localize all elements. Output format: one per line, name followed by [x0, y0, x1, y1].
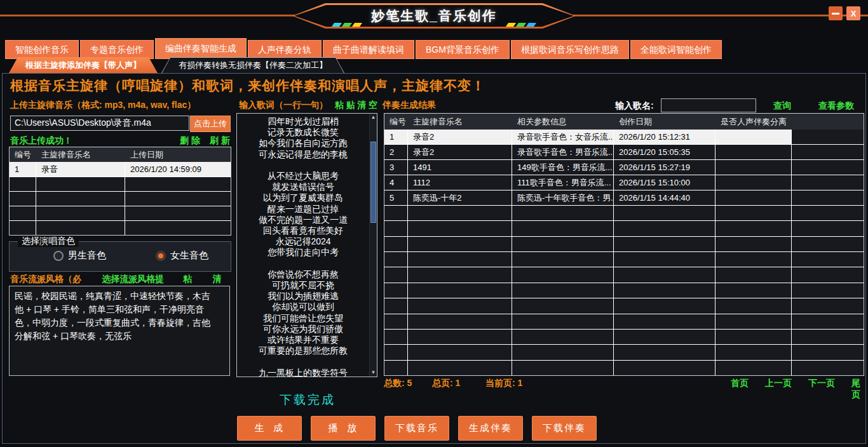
- first-page-link[interactable]: 首页: [731, 378, 749, 389]
- lyrics-textarea[interactable]: 四年时光划过眉梢记录无数成长微笑如今我们各自向远方跑可永远记得是您的李桃 从不经…: [236, 113, 377, 377]
- table-cell: [512, 345, 614, 359]
- prev-page-link[interactable]: 上一页: [765, 378, 792, 389]
- download-music-button[interactable]: 下载音乐: [384, 416, 449, 441]
- table-cell: [384, 252, 408, 267]
- table-row[interactable]: 1录音2026/1/20 14:59:09: [10, 162, 231, 177]
- song-name-input[interactable]: [661, 98, 756, 112]
- table-row[interactable]: 1录音2录音歌手音色：女音乐流...2026/1/20 15:12:31: [384, 130, 864, 145]
- tab-8[interactable]: 全能歌词智能创作: [630, 40, 722, 59]
- lyrics-section-label: 输入歌词（一行一句）: [239, 100, 328, 111]
- tab-3[interactable]: 编曲伴奏智能生成: [155, 38, 247, 59]
- tab-6[interactable]: BGM背景音乐创作: [416, 40, 510, 59]
- voice-group-label: 选择演唱音色: [18, 236, 79, 247]
- tab-5[interactable]: 曲子曲谱解读填词: [323, 40, 414, 59]
- title-deco-line-left: [0, 15, 313, 17]
- table-cell: [408, 314, 512, 329]
- table-row-empty: [384, 237, 864, 252]
- table-cell: [408, 221, 512, 236]
- lyrics-scrollbar[interactable]: ▲ ▼: [369, 114, 377, 377]
- table-cell: [715, 314, 792, 329]
- lyrics-line: 可你永远为我们骄傲: [237, 324, 369, 335]
- table-cell: [125, 192, 231, 206]
- app-window: 妙笔生歌_音乐创作 X 智能创作音乐专题音乐创作编曲伴奏智能生成人声伴奏分轨曲子…: [0, 0, 868, 447]
- file-path-input[interactable]: [10, 116, 189, 131]
- results-section-label: 伴奏生成结果: [383, 100, 436, 111]
- lyrics-line: 永远记得2024: [237, 236, 369, 247]
- table-cell: 2026/1/15 15:10:00: [614, 175, 715, 190]
- table-cell: [512, 206, 614, 220]
- table-cell: [512, 283, 614, 298]
- column-header: 主旋律音乐名: [408, 116, 512, 128]
- upload-section-label: 上传主旋律音乐（格式: mp3, m4a, wav, flac）: [10, 100, 196, 111]
- view-params-link[interactable]: 查看参数: [818, 100, 854, 112]
- table-cell: [792, 175, 864, 190]
- style-textarea[interactable]: 民谣，校园民谣，纯真青涩，中速轻快节奏，木吉他 + 口琴 + 手铃，简单三和弦和…: [9, 286, 230, 376]
- sub-tab-1[interactable]: 根据主旋律添加伴奏【带人声】: [9, 57, 158, 73]
- query-button[interactable]: 查询: [773, 100, 791, 112]
- scroll-down-icon[interactable]: ▼: [370, 369, 377, 377]
- table-row[interactable]: 5陈奕迅-十年2陈奕迅-十年歌手音色：男...2026/1/15 14:44:4…: [384, 190, 864, 206]
- table-cell: 2026/1/20 15:05:35: [614, 145, 715, 159]
- download-accompaniment-button[interactable]: 下载伴奏: [532, 416, 597, 441]
- tab-2[interactable]: 专题音乐创作: [80, 40, 154, 59]
- table-row-empty: [384, 283, 864, 298]
- table-cell: [614, 206, 715, 220]
- table-cell: [408, 267, 512, 282]
- table-cell: [792, 314, 864, 329]
- refresh-link[interactable]: 刷 新: [210, 135, 230, 147]
- table-cell: [715, 206, 792, 220]
- table-row[interactable]: 41112111歌手音色：男音乐流...2026/1/15 15:10:00: [384, 175, 864, 190]
- table-cell: [384, 267, 408, 282]
- results-table: 编号主旋律音乐名相关参数信息创作日期是否人声伴奏分离1录音2录音歌手音色：女音乐…: [384, 113, 864, 376]
- table-cell: [614, 237, 715, 251]
- lyrics-paste-link[interactable]: 粘 贴: [335, 100, 355, 111]
- table-cell: [715, 190, 792, 205]
- radio-male-voice[interactable]: 男生音色: [53, 250, 106, 262]
- table-cell: [384, 361, 408, 375]
- table-cell: [512, 221, 614, 236]
- table-cell: [408, 345, 512, 359]
- deco-chevrons-left-icon: [333, 23, 361, 27]
- table-cell: [384, 314, 408, 329]
- table-row[interactable]: 31491149歌手音色：男音乐流...2026/1/15 15:27:19: [384, 160, 864, 175]
- tab-4[interactable]: 人声伴奏分轨: [248, 40, 322, 59]
- play-button[interactable]: 播 放: [311, 416, 376, 441]
- delete-link[interactable]: 删 除: [180, 135, 200, 147]
- table-cell: [792, 160, 864, 175]
- lyrics-scrollbar-thumb[interactable]: [370, 142, 376, 223]
- lyrics-clear-link[interactable]: 清 空: [357, 100, 377, 111]
- next-page-link[interactable]: 下一页: [808, 378, 835, 389]
- generate-button[interactable]: 生 成: [237, 416, 302, 441]
- radio-female-icon: [156, 251, 166, 261]
- table-cell: [408, 361, 512, 375]
- scroll-up-icon[interactable]: ▲: [370, 114, 377, 121]
- table-cell: [512, 330, 614, 344]
- last-page-link[interactable]: 尾页: [851, 378, 864, 401]
- sub-tab-bar: 根据主旋律添加伴奏【带人声】有损伴奏转换无损伴奏【伴奏二次加工】: [9, 57, 344, 73]
- table-cell: [10, 177, 36, 191]
- generate-accompaniment-button[interactable]: 生成伴奏: [458, 416, 523, 441]
- table-cell: [384, 345, 408, 359]
- table-cell: 陈奕迅-十年2: [408, 190, 512, 205]
- tab-7[interactable]: 根据歌词音乐写创作思路: [511, 40, 629, 59]
- table-cell: [715, 252, 792, 267]
- table-cell: [125, 177, 231, 191]
- minimize-button[interactable]: [829, 6, 843, 20]
- upload-button[interactable]: 点击上传: [190, 116, 231, 132]
- lyrics-line: 做不完的题一道又一道: [237, 215, 369, 225]
- table-row[interactable]: 2录音2录音歌手音色：男音乐流...2026/1/20 15:05:35: [384, 145, 864, 160]
- table-cell: [792, 130, 864, 144]
- table-cell: [36, 206, 125, 220]
- table-cell: [512, 361, 614, 375]
- radio-female-voice[interactable]: 女生音色: [156, 250, 208, 262]
- sub-tab-2[interactable]: 有损伴奏转换无损伴奏【伴奏二次加工】: [161, 57, 344, 73]
- table-cell: [715, 145, 792, 159]
- table-row-empty: [384, 330, 864, 345]
- table-row-empty: [384, 206, 864, 221]
- tab-1[interactable]: 智能创作音乐: [5, 40, 79, 59]
- table-cell: [408, 330, 512, 344]
- page-title: 根据音乐主旋律（哼唱旋律）和歌词，来创作伴奏和演唱人声，主旋律不变！: [10, 77, 485, 95]
- close-button[interactable]: X: [846, 6, 860, 20]
- table-cell: 录音歌手音色：女音乐流...: [512, 130, 614, 144]
- table-cell: [408, 283, 512, 298]
